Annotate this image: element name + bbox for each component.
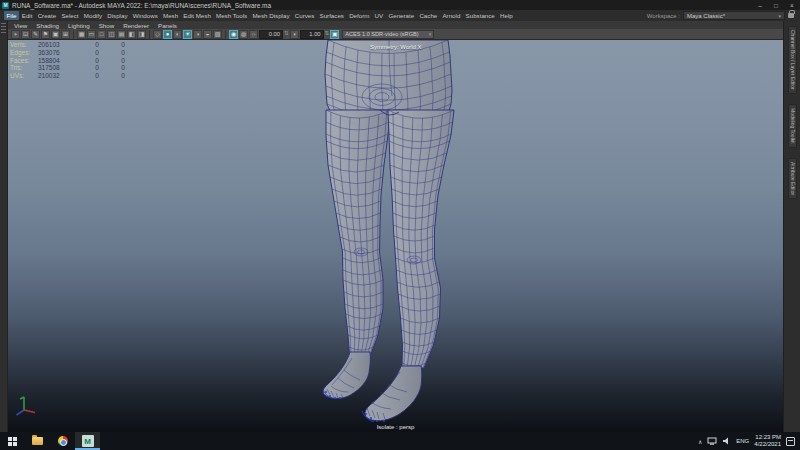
- menu-item-substance[interactable]: Substance: [463, 11, 497, 20]
- menu-item-edit[interactable]: Edit: [19, 11, 35, 20]
- language-indicator[interactable]: ENG: [736, 438, 749, 444]
- menu-item-help[interactable]: Help: [497, 11, 515, 20]
- chrome-button[interactable]: [50, 432, 75, 450]
- panel-toolbar: ⌖⊡✎⚑▣⊞▦▭□◫▤◧◨◇●◐☀◑◒▨◉◍☼ 0.00 ⇅ ◑ 1.00 ⇅ …: [8, 29, 783, 40]
- select-camera-icon[interactable]: ⌖: [11, 30, 20, 39]
- title-bar: M RUNA_Software.ma* - Autodesk MAYA 2022…: [0, 0, 800, 10]
- menu-item-windows[interactable]: Windows: [130, 11, 160, 20]
- gamma-field[interactable]: 1.00: [300, 30, 324, 39]
- shaded-display-icon[interactable]: ●: [163, 30, 172, 39]
- system-tray: ∧ ENG 12:23 PM 4/22/2021: [698, 434, 800, 448]
- viewport-3d[interactable]: Verts:20610300Edges:36307600Faces:158804…: [8, 40, 783, 432]
- workspace-selector: Workspace : Maya Classic* ▾: [647, 11, 796, 20]
- film-gate-icon[interactable]: ▭: [87, 30, 96, 39]
- resolution-gate-icon[interactable]: □: [97, 30, 106, 39]
- use-all-lights-icon[interactable]: ☀: [183, 30, 192, 39]
- menu-item-mesh-tools[interactable]: Mesh Tools: [213, 11, 249, 20]
- exposure-field[interactable]: 0.00: [259, 30, 283, 39]
- menu-item-mesh-display[interactable]: Mesh Display: [250, 11, 292, 20]
- taskbar-clock[interactable]: 12:23 PM 4/22/2021: [754, 434, 781, 448]
- menu-item-curves[interactable]: Curves: [292, 11, 317, 20]
- maya-taskbar-button[interactable]: M: [75, 432, 100, 450]
- maya-window: M RUNA_Software.ma* - Autodesk MAYA 2022…: [0, 0, 800, 450]
- notification-center-icon[interactable]: [786, 437, 795, 446]
- camera-attributes-icon[interactable]: ✎: [31, 30, 40, 39]
- menu-item-create[interactable]: Create: [35, 11, 59, 20]
- menu-bar: FileEditCreateSelectModifyDisplayWindows…: [0, 10, 800, 21]
- poly-count-row-verts: Verts:20610300: [10, 41, 136, 49]
- speaker-icon[interactable]: [722, 437, 731, 445]
- start-button[interactable]: [0, 432, 25, 450]
- menu-item-file[interactable]: File: [4, 11, 19, 20]
- windows-logo-icon: [8, 437, 17, 446]
- exposure-stepper-icon[interactable]: ⇅: [284, 31, 289, 37]
- maya-app-icon: M: [2, 2, 9, 9]
- field-chart-icon[interactable]: ▤: [117, 30, 126, 39]
- axis-gizmo: [12, 394, 38, 420]
- bookmarks-icon[interactable]: ⚑: [41, 30, 50, 39]
- tray-expand-icon[interactable]: ∧: [698, 438, 702, 445]
- file-explorer-button[interactable]: [25, 432, 50, 450]
- right-panel-tabs: Channel Box / Layer EditorModeling Toolk…: [783, 21, 800, 432]
- anti-aliasing-icon[interactable]: ▨: [213, 30, 222, 39]
- textured-display-icon[interactable]: ◐: [173, 30, 182, 39]
- shadows-icon[interactable]: ◑: [193, 30, 202, 39]
- viewport-panel: ViewShadingLightingShowRendererPanels ⌖⊡…: [8, 21, 783, 432]
- two-d-pan-zoom-icon[interactable]: ⊞: [61, 30, 70, 39]
- date-text: 4/22/2021: [754, 441, 781, 447]
- exposure-icon[interactable]: ☼: [249, 30, 258, 39]
- menu-item-edit-mesh[interactable]: Edit Mesh: [181, 11, 214, 20]
- panel-menu-shading[interactable]: Shading: [36, 22, 59, 29]
- color-managed-toggle-icon[interactable]: ▣: [330, 30, 339, 39]
- toolbar-separator: [225, 30, 226, 39]
- poly-count-hud: Verts:20610300Edges:36307600Faces:158804…: [10, 41, 136, 80]
- x-ray-icon[interactable]: ◍: [239, 30, 248, 39]
- chevron-down-icon: ▾: [778, 13, 781, 19]
- screen-space-ao-icon[interactable]: ◒: [203, 30, 212, 39]
- side-tab-attribute-editor[interactable]: Attribute Editor: [788, 158, 797, 199]
- menu-item-modify[interactable]: Modify: [81, 11, 104, 20]
- menu-item-display[interactable]: Display: [105, 11, 130, 20]
- maximize-button[interactable]: □: [768, 0, 784, 10]
- menu-item-arnold[interactable]: Arnold: [440, 11, 463, 20]
- grid-toggle-icon[interactable]: ▦: [77, 30, 86, 39]
- panel-menu-lighting[interactable]: Lighting: [68, 22, 90, 29]
- minimize-button[interactable]: –: [752, 0, 768, 10]
- menu-item-mesh[interactable]: Mesh: [160, 11, 180, 20]
- side-tab-channel-box-layer-editor[interactable]: Channel Box / Layer Editor: [788, 26, 797, 94]
- menu-item-surfaces[interactable]: Surfaces: [317, 11, 347, 20]
- wireframe-display-icon[interactable]: ◇: [153, 30, 162, 39]
- view-transform-dropdown[interactable]: ACES 1.0 SDR-video (sRGB) ▾: [342, 30, 434, 39]
- folder-icon: [32, 437, 43, 445]
- lock-icon[interactable]: [788, 13, 794, 18]
- poly-count-row-edges: Edges:36307600: [10, 49, 136, 57]
- poly-count-row-uvs: UVs:21003200: [10, 72, 136, 80]
- network-icon[interactable]: [707, 437, 717, 445]
- toolbar-separator: [149, 30, 150, 39]
- lock-camera-icon[interactable]: ⊡: [21, 30, 30, 39]
- maya-icon: M: [82, 435, 94, 447]
- close-button[interactable]: ×: [784, 0, 800, 10]
- menu-item-generate[interactable]: Generate: [386, 11, 417, 20]
- panel-menu-panels[interactable]: Panels: [158, 22, 177, 29]
- taskbar: M ∧ ENG 12:23 PM 4/22/2021: [0, 432, 800, 450]
- panel-menu-view[interactable]: View: [14, 22, 27, 29]
- panel-menu-renderer[interactable]: Renderer: [123, 22, 149, 29]
- workspace-dropdown[interactable]: Maya Classic* ▾: [683, 11, 785, 20]
- panel-grip-icon[interactable]: [1, 23, 6, 34]
- window-controls: – □ ×: [752, 0, 800, 10]
- menu-item-deform[interactable]: Deform: [347, 11, 372, 20]
- safe-title-icon[interactable]: ◨: [137, 30, 146, 39]
- side-tab-modeling-toolkit[interactable]: Modeling Toolkit: [788, 104, 797, 148]
- gate-mask-icon[interactable]: ◫: [107, 30, 116, 39]
- safe-action-icon[interactable]: ◧: [127, 30, 136, 39]
- menu-item-select[interactable]: Select: [59, 11, 81, 20]
- gamma-icon[interactable]: ◑: [290, 30, 299, 39]
- image-plane-icon[interactable]: ▣: [51, 30, 60, 39]
- toolbox-strip: [0, 21, 8, 432]
- isolate-select-icon[interactable]: ◉: [229, 30, 238, 39]
- menu-item-uv[interactable]: UV: [372, 11, 386, 20]
- menu-item-cache[interactable]: Cache: [417, 11, 440, 20]
- gamma-stepper-icon[interactable]: ⇅: [325, 31, 330, 37]
- panel-menu-show[interactable]: Show: [99, 22, 114, 29]
